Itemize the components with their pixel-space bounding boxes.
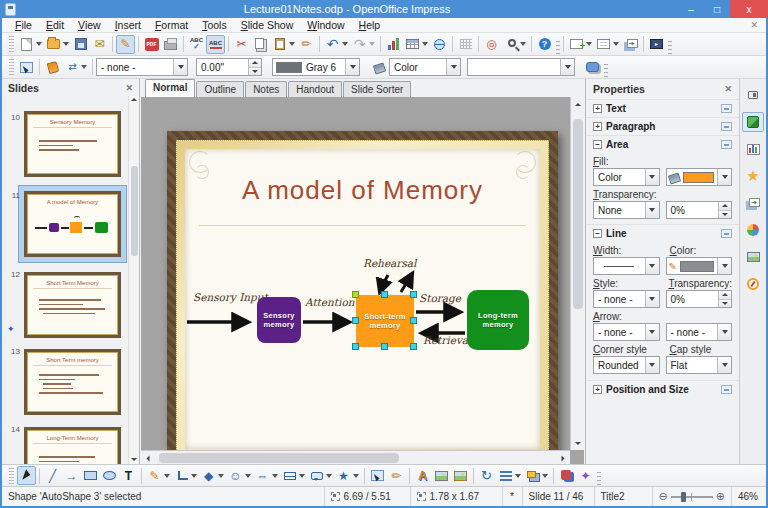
alignment-dropdown-arrow[interactable] bbox=[515, 474, 521, 478]
menu-format[interactable]: Format bbox=[148, 18, 195, 32]
curve-tool-button[interactable]: ✎ bbox=[145, 466, 164, 485]
cut-button[interactable]: ✂ bbox=[232, 35, 251, 54]
sidebar-tab-properties[interactable] bbox=[742, 112, 764, 132]
sidebar-tab-slide-transition[interactable] bbox=[742, 193, 764, 213]
selection-handle[interactable] bbox=[381, 343, 388, 350]
menu-insert[interactable]: Insert bbox=[108, 18, 148, 32]
line-style-combo[interactable]: - none - bbox=[96, 58, 188, 76]
selection-handle[interactable] bbox=[410, 317, 417, 324]
navigator-button[interactable]: ◎ bbox=[482, 35, 501, 54]
area-type-combo[interactable]: Color bbox=[389, 58, 461, 76]
fill-transparency-spinner[interactable]: 0% bbox=[666, 201, 733, 219]
hyperlink-button[interactable] bbox=[430, 35, 449, 54]
menu-file[interactable]: File bbox=[8, 18, 39, 32]
scroll-up-icon[interactable] bbox=[131, 98, 137, 101]
section-options-icon[interactable] bbox=[721, 385, 732, 394]
scroll-down-icon[interactable] bbox=[575, 442, 581, 445]
slide-title[interactable]: A model of Memory bbox=[185, 175, 540, 206]
fill-color-combo[interactable] bbox=[666, 168, 733, 186]
redo-dropdown-arrow[interactable] bbox=[369, 42, 375, 46]
arrow-start-combo[interactable]: - none - bbox=[593, 323, 660, 341]
zoom-slider[interactable]: ⊖ ⊕ bbox=[653, 487, 732, 506]
corner-style-combo[interactable]: Rounded bbox=[593, 356, 660, 374]
flowchart-button[interactable] bbox=[280, 466, 299, 485]
tab-slide-sorter[interactable]: Slide Sorter bbox=[343, 81, 411, 97]
scroll-right-icon[interactable] bbox=[562, 455, 565, 461]
rotate-button[interactable]: ↻ bbox=[477, 466, 496, 485]
callouts-dropdown-arrow[interactable] bbox=[326, 474, 332, 478]
menu-window[interactable]: Window bbox=[300, 18, 351, 32]
selection-handle[interactable] bbox=[410, 291, 417, 298]
new-document-button[interactable] bbox=[17, 35, 36, 54]
copy-button[interactable] bbox=[251, 35, 270, 54]
insert-picture-button[interactable] bbox=[432, 466, 451, 485]
symbol-shapes-button[interactable]: ☺ bbox=[226, 466, 245, 485]
zoom-slider-thumb[interactable] bbox=[681, 492, 686, 502]
block-arrows-button[interactable]: ⇔ bbox=[253, 466, 272, 485]
basic-shapes-dropdown-arrow[interactable] bbox=[218, 474, 224, 478]
area-style-button[interactable] bbox=[370, 58, 389, 77]
alignment-button[interactable] bbox=[496, 466, 515, 485]
toolbar-grip-3[interactable] bbox=[9, 468, 14, 484]
slide-layout-button[interactable] bbox=[594, 35, 613, 54]
line-color-dropdown[interactable] bbox=[345, 59, 359, 75]
section-area[interactable]: − Area bbox=[586, 135, 739, 153]
slide-thumbnail-11[interactable]: A model of Memory bbox=[24, 191, 121, 257]
layout-name[interactable]: Title2 bbox=[595, 487, 653, 506]
tab-notes[interactable]: Notes bbox=[245, 81, 287, 97]
arrange-button[interactable] bbox=[523, 466, 542, 485]
sensory-memory-box[interactable]: Sensory memory bbox=[257, 297, 301, 343]
line-color-combo-panel[interactable]: ✎ bbox=[666, 257, 733, 275]
arrow-style-button[interactable]: ⇄ bbox=[62, 58, 81, 77]
arrow-end-combo[interactable]: - none - bbox=[666, 323, 733, 341]
callouts-button[interactable] bbox=[307, 466, 326, 485]
vertical-scrollbar[interactable] bbox=[570, 97, 584, 450]
vertical-scrollbar-thumb[interactable] bbox=[573, 119, 583, 309]
label-storage[interactable]: Storage bbox=[419, 292, 461, 304]
undo-dropdown-arrow[interactable] bbox=[342, 42, 348, 46]
section-options-icon[interactable] bbox=[721, 140, 732, 149]
horizontal-scrollbar[interactable] bbox=[141, 450, 570, 464]
stars-dropdown-arrow[interactable] bbox=[353, 474, 359, 478]
selection-handle[interactable] bbox=[410, 343, 417, 350]
animation-effects-button[interactable]: ✦ bbox=[576, 466, 595, 485]
redo-button[interactable]: ↷ bbox=[350, 35, 369, 54]
area-type-dropdown[interactable] bbox=[446, 59, 460, 75]
print-button[interactable] bbox=[161, 35, 180, 54]
selection-handle[interactable] bbox=[381, 291, 388, 298]
tab-normal[interactable]: Normal bbox=[145, 79, 195, 97]
sidebar-tab-gallery[interactable] bbox=[742, 247, 764, 267]
interaction-button[interactable] bbox=[557, 466, 576, 485]
email-button[interactable]: ✉ bbox=[90, 35, 109, 54]
curve-dropdown-arrow[interactable] bbox=[164, 474, 170, 478]
long-term-memory-box[interactable]: Long-term memory bbox=[467, 290, 529, 350]
toolbar-overflow-2[interactable] bbox=[668, 41, 672, 55]
slide-thumbnail-10[interactable]: Sensory Memory bbox=[24, 111, 121, 177]
scrollbar-thumb[interactable] bbox=[131, 166, 138, 256]
slides-panel-close-icon[interactable]: ✕ bbox=[125, 83, 133, 93]
open-dropdown-arrow[interactable] bbox=[63, 42, 69, 46]
sidebar-tab-custom-animation[interactable]: ★ bbox=[742, 166, 764, 186]
tab-outline[interactable]: Outline bbox=[196, 81, 244, 97]
slide-thumbnail-12[interactable]: Short Term Memory bbox=[24, 272, 121, 338]
arrange-dropdown-arrow[interactable] bbox=[542, 474, 548, 478]
section-line[interactable]: − Line bbox=[586, 224, 739, 242]
slide-show-button[interactable]: ▸ bbox=[647, 35, 666, 54]
tab-handout[interactable]: Handout bbox=[288, 81, 342, 97]
block-arrows-dropdown-arrow[interactable] bbox=[272, 474, 278, 478]
line-tool-button[interactable]: ╱ bbox=[43, 466, 62, 485]
zoom-out-icon[interactable]: ⊖ bbox=[659, 490, 668, 503]
scroll-down-icon[interactable] bbox=[131, 458, 137, 461]
menu-tools[interactable]: Tools bbox=[195, 18, 234, 32]
section-text[interactable]: + Text bbox=[586, 99, 739, 117]
selection-handle[interactable] bbox=[352, 343, 359, 350]
slides-panel-scrollbar[interactable] bbox=[128, 96, 139, 464]
arrow-line-tool-button[interactable]: → bbox=[62, 466, 81, 485]
animation-indicator-icon[interactable]: ✦ bbox=[7, 324, 15, 334]
open-button[interactable] bbox=[44, 35, 63, 54]
close-button[interactable]: x bbox=[730, 0, 768, 18]
ellipse-tool-button[interactable] bbox=[100, 466, 119, 485]
line-width-spinner[interactable]: 0.00" bbox=[196, 58, 262, 76]
format-paintbrush-button[interactable]: ✏ bbox=[297, 35, 316, 54]
basic-shapes-button[interactable]: ◆ bbox=[199, 466, 218, 485]
